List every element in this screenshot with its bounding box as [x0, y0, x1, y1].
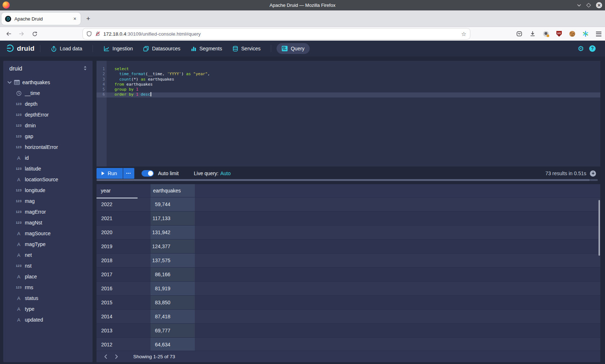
- cookie-extension-icon[interactable]: [569, 31, 575, 37]
- number-type-icon: 123: [14, 113, 23, 117]
- cell-earthquakes[interactable]: 124,377: [151, 240, 195, 253]
- string-type-icon: A: [14, 155, 23, 161]
- cell-earthquakes[interactable]: 87,418: [151, 310, 195, 323]
- nav-query[interactable]: Query: [277, 43, 309, 54]
- cell-year[interactable]: 2014: [97, 310, 151, 323]
- sidebar-table-earthquakes[interactable]: earthquakes: [3, 77, 93, 88]
- cell-earthquakes[interactable]: 137,575: [151, 254, 195, 267]
- vertical-scrollbar-thumb[interactable]: [599, 200, 600, 256]
- cell-year[interactable]: 2016: [97, 282, 151, 295]
- sidebar-column-dmin[interactable]: 123 dmin: [3, 120, 93, 131]
- sidebar-column-gap[interactable]: 123 gap: [3, 131, 93, 142]
- nav-datasources[interactable]: Datasources: [143, 46, 180, 52]
- browser-tab[interactable]: Apache Druid ×: [1, 13, 81, 25]
- cell-year[interactable]: 2015: [97, 296, 151, 309]
- sidebar-column-magSource[interactable]: A magSource: [3, 228, 93, 239]
- sidebar-column-magNst[interactable]: 123 magNst: [3, 217, 93, 228]
- sidebar-column-depth[interactable]: 123 depth: [3, 99, 93, 109]
- run-more-button[interactable]: •••: [123, 168, 134, 179]
- sidebar-column-magType[interactable]: A magType: [3, 239, 93, 250]
- maximize-icon[interactable]: [586, 3, 591, 8]
- cell-year[interactable]: 2018: [97, 254, 151, 267]
- sidebar-column-longitude[interactable]: 123 longitude: [3, 185, 93, 196]
- nav-load-data[interactable]: Load data: [51, 46, 82, 52]
- sidebar-column-depthError[interactable]: 123 depthError: [3, 109, 93, 120]
- cell-year[interactable]: 2013: [97, 324, 151, 337]
- sidebar-column-__time[interactable]: __time: [3, 88, 93, 99]
- cell-earthquakes[interactable]: 117,133: [151, 211, 195, 225]
- sidebar-column-updated[interactable]: A updated: [3, 314, 93, 325]
- insecure-lock-icon[interactable]: [95, 31, 100, 37]
- nav-services[interactable]: Services: [232, 46, 261, 52]
- cell-year[interactable]: 2022: [97, 197, 151, 211]
- column-header-earthquakes[interactable]: earthquakes: [151, 184, 195, 197]
- column-name: latitude: [25, 166, 41, 172]
- back-icon[interactable]: [4, 29, 13, 38]
- sidebar-column-magError[interactable]: 123 magError: [3, 206, 93, 217]
- url-text[interactable]: 172.18.0.4:30109/unified-console.html#qu…: [103, 31, 461, 37]
- cell-year[interactable]: 2019: [97, 240, 151, 253]
- settings-gear-icon[interactable]: ⚙: [578, 45, 584, 52]
- horizontal-scrollbar-thumb[interactable]: [97, 179, 590, 181]
- line-number: 2: [97, 72, 107, 77]
- sidebar-column-mag[interactable]: 123 mag: [3, 196, 93, 206]
- privacy-extension-icon[interactable]: [543, 31, 549, 37]
- auto-limit-toggle[interactable]: [142, 170, 154, 177]
- sidebar-column-status[interactable]: A status: [3, 293, 93, 304]
- url-bar[interactable]: 172.18.0.4:30109/unified-console.html#qu…: [83, 28, 470, 39]
- druid-brand[interactable]: druid: [6, 44, 35, 53]
- next-page-icon[interactable]: [112, 353, 120, 361]
- sidebar-column-locationSource[interactable]: A locationSource: [3, 174, 93, 185]
- sidebar-column-horizontalError[interactable]: 123 horizontalError: [3, 142, 93, 153]
- sidebar-column-type[interactable]: A type: [3, 304, 93, 314]
- reload-icon[interactable]: [30, 29, 39, 38]
- chevron-down-icon[interactable]: [8, 81, 12, 84]
- double-caret-icon[interactable]: [83, 65, 88, 71]
- colorful-asterisk-extension-icon[interactable]: [583, 31, 588, 37]
- cell-earthquakes[interactable]: 131,942: [151, 226, 195, 239]
- cell-earthquakes[interactable]: 81,919: [151, 282, 195, 295]
- cell-year[interactable]: 2017: [97, 268, 151, 281]
- forward-icon[interactable]: [17, 29, 26, 38]
- menu-icon[interactable]: [596, 32, 601, 36]
- close-tab-icon[interactable]: ×: [73, 16, 77, 22]
- nav-services-label: Services: [241, 46, 261, 51]
- sql-editor[interactable]: 1 2 3 4 5 6 select time_format(__time, '…: [97, 61, 600, 167]
- cell-earthquakes[interactable]: 69,777: [151, 324, 195, 337]
- ublock-origin-icon[interactable]: UO: [556, 31, 562, 37]
- sidebar-column-place[interactable]: A place: [3, 271, 93, 282]
- nav-segments[interactable]: Segments: [191, 46, 222, 52]
- sql-code[interactable]: select time_format(__time, 'YYYY') as "y…: [107, 67, 600, 97]
- previous-page-icon[interactable]: [102, 353, 109, 361]
- download-results-icon[interactable]: [590, 170, 596, 177]
- cell-earthquakes[interactable]: 86,166: [151, 268, 195, 281]
- cell-year[interactable]: 2020: [97, 226, 151, 239]
- sidebar-column-rms[interactable]: 123 rms: [3, 282, 93, 293]
- downloads-icon[interactable]: [530, 31, 535, 37]
- sidebar-column-latitude[interactable]: 123 latitude: [3, 163, 93, 174]
- nav-ingestion[interactable]: Ingestion: [103, 46, 133, 52]
- schema-name[interactable]: druid: [9, 65, 22, 72]
- load-data-icon: [51, 46, 57, 52]
- sidebar-column-net[interactable]: A net: [3, 250, 93, 260]
- close-window-button[interactable]: ✕: [596, 2, 602, 8]
- run-button[interactable]: Run: [97, 168, 123, 179]
- cell-earthquakes[interactable]: 83,850: [151, 296, 195, 309]
- sidebar-column-nst[interactable]: 123 nst: [3, 260, 93, 271]
- toggle-knob: [148, 171, 153, 176]
- pocket-icon[interactable]: [516, 31, 522, 37]
- cell-earthquakes[interactable]: 59,744: [151, 197, 195, 211]
- cell-year[interactable]: 2021: [97, 211, 151, 225]
- minimize-icon[interactable]: [577, 4, 581, 7]
- live-query-value[interactable]: Auto: [220, 170, 231, 176]
- cell-year[interactable]: 2012: [97, 338, 151, 351]
- horizontal-scrollbar[interactable]: [97, 179, 598, 181]
- sidebar-column-id[interactable]: A id: [3, 153, 93, 163]
- column-header-year[interactable]: year: [97, 184, 151, 197]
- shield-icon[interactable]: [86, 31, 92, 37]
- bookmark-star-icon[interactable]: ☆: [461, 31, 466, 37]
- new-tab-button[interactable]: +: [84, 14, 93, 23]
- help-icon[interactable]: ?: [589, 45, 596, 52]
- ingestion-icon: [103, 46, 109, 52]
- cell-earthquakes[interactable]: 64,634: [151, 338, 195, 351]
